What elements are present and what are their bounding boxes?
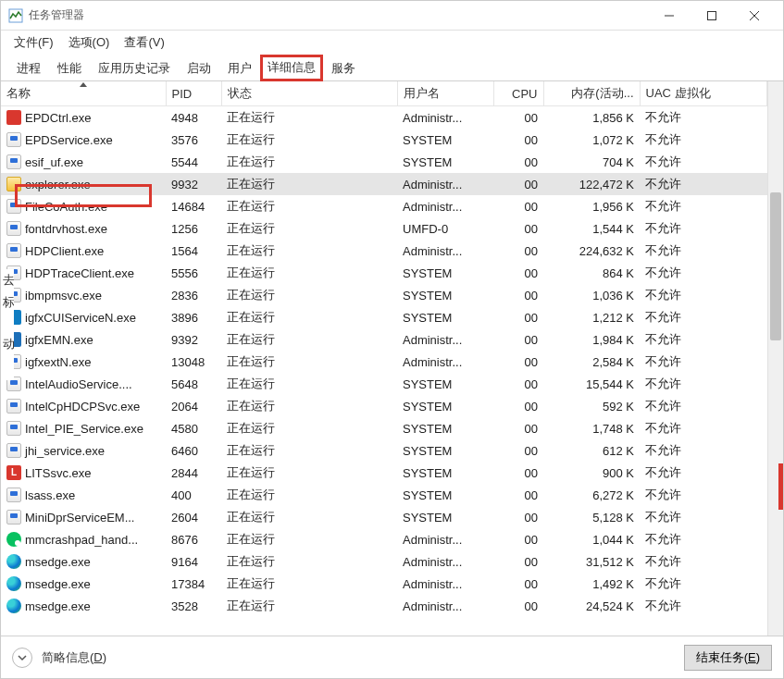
table-row[interactable]: HDPClient.exe1564正在运行Administr...00224,6… xyxy=(1,240,767,262)
cell-name: igfxEMN.exe xyxy=(1,328,166,351)
table-row[interactable]: HDPTraceClient.exe5556正在运行SYSTEM00864 K不… xyxy=(1,262,767,284)
process-name-text: ibmpmsvc.exe xyxy=(25,289,102,302)
menu-view[interactable]: 查看(V) xyxy=(118,31,169,54)
table-row[interactable]: jhi_service.exe6460正在运行SYSTEM00612 K不允许 xyxy=(1,439,767,462)
table-row[interactable]: IntelCpHDCPSvc.exe2064正在运行SYSTEM00592 K不… xyxy=(1,395,767,417)
cell-status: 正在运行 xyxy=(221,573,397,595)
col-status[interactable]: 状态 xyxy=(221,81,397,106)
cell-pid: 14684 xyxy=(166,195,221,217)
col-uac[interactable]: UAC 虚拟化 xyxy=(640,81,767,106)
svg-rect-2 xyxy=(708,11,716,19)
cell-memory: 2,584 K xyxy=(543,351,640,373)
brief-info-link[interactable]: 简略信息(D) xyxy=(42,649,684,666)
tab-performance[interactable]: 性能 xyxy=(49,55,90,81)
table-row[interactable]: EPDCtrl.exe4948正在运行Administr...001,856 K… xyxy=(1,106,767,130)
table-row[interactable]: igfxextN.exe13048正在运行Administr...002,584… xyxy=(1,351,767,373)
cell-status: 正在运行 xyxy=(221,151,397,173)
menu-file[interactable]: 文件(F) xyxy=(8,31,59,54)
col-cpu[interactable]: CPU xyxy=(493,81,543,106)
app-icon xyxy=(8,8,23,23)
red-edge-marker xyxy=(778,463,783,510)
footer-bar: 简略信息(D) 结束任务(E) xyxy=(1,636,783,678)
cell-user: SYSTEM xyxy=(397,262,493,284)
cell-name: msedge.exe xyxy=(1,595,166,617)
minimize-button[interactable] xyxy=(648,1,691,31)
cell-uac: 不允许 xyxy=(640,395,767,417)
cell-status: 正在运行 xyxy=(221,373,397,395)
collapse-chevron-icon[interactable] xyxy=(12,648,32,668)
col-username[interactable]: 用户名 xyxy=(397,81,493,106)
table-row[interactable]: msedge.exe3528正在运行Administr...0024,524 K… xyxy=(1,595,767,617)
tab-details[interactable]: 详细信息 xyxy=(260,55,323,81)
cell-status: 正在运行 xyxy=(221,528,397,550)
cell-user: SYSTEM xyxy=(397,373,493,395)
cell-uac: 不允许 xyxy=(640,373,767,395)
process-name-text: msedge.exe xyxy=(25,577,91,591)
cell-user: Administr... xyxy=(397,328,493,351)
cell-pid: 3576 xyxy=(166,129,221,151)
menu-options[interactable]: 选项(O) xyxy=(63,31,116,54)
vertical-scrollbar[interactable] xyxy=(767,81,783,645)
process-name-text: LITSsvc.exe xyxy=(25,466,92,480)
process-name-text: igfxEMN.exe xyxy=(25,333,93,347)
table-row[interactable]: igfxCUIServiceN.exe3896正在运行SYSTEM001,212… xyxy=(1,306,767,328)
tab-services[interactable]: 服务 xyxy=(323,55,364,81)
table-row[interactable]: Intel_PIE_Service.exe4580正在运行SYSTEM001,7… xyxy=(1,417,767,439)
end-task-button[interactable]: 结束任务(E) xyxy=(684,645,772,671)
tab-startup[interactable]: 启动 xyxy=(179,55,219,81)
cell-user: SYSTEM xyxy=(397,395,493,417)
cell-name: HDPClient.exe xyxy=(1,240,166,262)
table-row[interactable]: IntelAudioService....5648正在运行SYSTEM0015,… xyxy=(1,373,767,395)
process-name-text: IntelCpHDCPSvc.exe xyxy=(25,400,140,414)
table-row[interactable]: ibmpmsvc.exe2836正在运行SYSTEM001,036 K不允许 xyxy=(1,284,767,306)
close-button[interactable] xyxy=(733,1,776,31)
scrollbar-thumb[interactable] xyxy=(770,192,781,340)
process-icon xyxy=(6,177,21,191)
tab-users[interactable]: 用户 xyxy=(219,55,260,81)
table-row[interactable]: EPDService.exe3576正在运行SYSTEM001,072 K不允许 xyxy=(1,129,767,151)
cell-uac: 不允许 xyxy=(640,173,767,195)
cell-memory: 1,212 K xyxy=(543,306,640,328)
cell-memory: 6,272 K xyxy=(543,484,640,506)
col-name[interactable]: 名称 xyxy=(1,81,166,106)
process-name-text: EPDService.exe xyxy=(25,133,113,147)
cell-user: Administr... xyxy=(397,573,493,595)
process-name-text: explorer.exe xyxy=(25,178,91,191)
process-name-text: jhi_service.exe xyxy=(25,444,105,458)
cell-uac: 不允许 xyxy=(640,284,767,306)
table-row[interactable]: lsass.exe400正在运行SYSTEM006,272 K不允许 xyxy=(1,484,767,506)
cell-cpu: 00 xyxy=(493,439,543,462)
cell-name: igfxCUIServiceN.exe xyxy=(1,306,166,328)
table-row[interactable]: MiniDprServiceEM...2604正在运行SYSTEM005,128… xyxy=(1,506,767,528)
table-row[interactable]: esif_uf.exe5544正在运行SYSTEM00704 K不允许 xyxy=(1,151,767,173)
cell-memory: 224,632 K xyxy=(543,240,640,262)
tab-app-history[interactable]: 应用历史记录 xyxy=(90,55,179,81)
table-row[interactable]: fontdrvhost.exe1256正在运行UMFD-0001,544 K不允… xyxy=(1,217,767,240)
process-icon xyxy=(6,510,21,525)
cell-cpu: 00 xyxy=(493,195,543,217)
process-icon xyxy=(6,243,21,258)
cell-status: 正在运行 xyxy=(221,173,397,195)
cell-memory: 1,036 K xyxy=(543,284,640,306)
cell-name: lsass.exe xyxy=(1,484,166,506)
table-row[interactable]: explorer.exe9932正在运行Administr...00122,47… xyxy=(1,173,767,195)
col-memory[interactable]: 内存(活动... xyxy=(543,81,640,106)
table-row[interactable]: igfxEMN.exe9392正在运行Administr...001,984 K… xyxy=(1,328,767,351)
cell-cpu: 00 xyxy=(493,217,543,240)
process-name-text: mmcrashpad_hand... xyxy=(25,533,138,547)
process-icon xyxy=(6,599,21,613)
col-pid[interactable]: PID xyxy=(166,81,221,106)
maximize-button[interactable] xyxy=(691,1,733,31)
cell-pid: 9164 xyxy=(166,550,221,573)
table-row[interactable]: msedge.exe17384正在运行Administr...001,492 K… xyxy=(1,573,767,595)
cell-status: 正在运行 xyxy=(221,129,397,151)
cell-name: Intel_PIE_Service.exe xyxy=(1,417,166,439)
cell-cpu: 00 xyxy=(493,528,543,550)
cell-uac: 不允许 xyxy=(640,262,767,284)
table-row[interactable]: FileCoAuth.exe14684正在运行Administr...001,9… xyxy=(1,195,767,217)
tab-processes[interactable]: 进程 xyxy=(8,55,49,81)
table-row[interactable]: mmcrashpad_hand...8676正在运行Administr...00… xyxy=(1,528,767,550)
table-row[interactable]: LLITSsvc.exe2844正在运行SYSTEM00900 K不允许 xyxy=(1,462,767,484)
cell-status: 正在运行 xyxy=(221,262,397,284)
table-row[interactable]: msedge.exe9164正在运行Administr...0031,512 K… xyxy=(1,550,767,573)
